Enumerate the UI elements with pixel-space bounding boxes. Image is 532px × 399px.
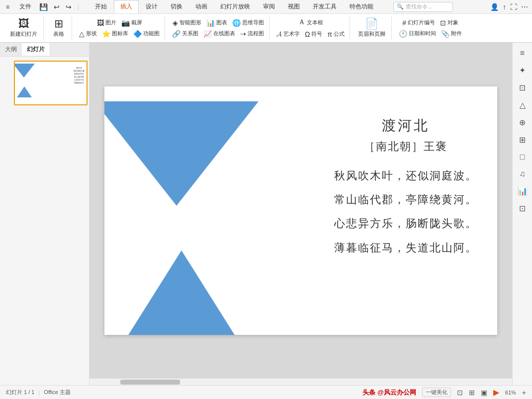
- ribbon-toolbar: 🖼 新建幻灯片 ⊞ 表格 🖼 图片 📷 截屏: [0, 14, 532, 43]
- art-text-button[interactable]: 𝓐 艺术字: [274, 29, 302, 39]
- tab-developer[interactable]: 开发工具: [307, 0, 343, 13]
- tab-view[interactable]: 视图: [282, 0, 306, 13]
- header-footer-icon: 📄: [365, 18, 378, 29]
- new-slide-group: 🖼 新建幻灯片: [4, 16, 44, 40]
- redo-icon[interactable]: ↪: [66, 3, 72, 11]
- h-scroll-thumb[interactable]: [120, 380, 180, 385]
- textbox-icon: Ａ: [298, 18, 305, 27]
- outline-tab[interactable]: 大纲: [0, 43, 22, 56]
- right-panel-icon-3[interactable]: ⊡: [517, 81, 528, 94]
- save-icon[interactable]: 💾: [39, 3, 48, 11]
- poem-line-2: 常山临代郡，亭障绕黄河。: [334, 188, 477, 212]
- smart-shape-button[interactable]: ◈ 智能图形: [171, 18, 203, 28]
- right-panel-icon-9[interactable]: 📊: [516, 184, 530, 198]
- table-icon: ⊞: [54, 18, 63, 29]
- poem-line-4: 薄暮临征马，失道北山阿。: [334, 236, 477, 260]
- shape-label: 形状: [86, 30, 97, 37]
- right-panel-icon-1[interactable]: ≡: [518, 47, 527, 60]
- datetime-button[interactable]: 🕐 日期和时间: [397, 29, 438, 39]
- right-panel-icon-10[interactable]: ⊡: [517, 202, 528, 215]
- symbol-button[interactable]: Ω 符号: [303, 29, 324, 39]
- misc-group: # 幻灯片编号 ⊡ 对象 🕐 日期和时间 📎 附件: [394, 16, 467, 40]
- attachment-button[interactable]: 📎 附件: [439, 29, 464, 39]
- slide-number-label: 幻灯片编号: [408, 19, 435, 26]
- new-slide-button[interactable]: 🖼 新建幻灯片: [7, 17, 40, 39]
- office-label: Office 主题: [44, 389, 71, 395]
- theme-info: Office 主题: [44, 389, 71, 396]
- share-icon[interactable]: ↑: [503, 3, 506, 11]
- textbox-label: 文本框: [307, 19, 323, 26]
- formula-button[interactable]: π 公式: [325, 29, 347, 39]
- right-panel-icon-2[interactable]: ✦: [517, 64, 528, 77]
- symbol-label: 符号: [311, 30, 322, 38]
- search-placeholder: 查找命令...: [406, 3, 432, 10]
- layout-icon[interactable]: ⊡: [457, 389, 463, 397]
- formula-label: 公式: [334, 30, 345, 38]
- content-area: 大纲 幻灯片 1 渡河北[南北朝]王褒秋风吹木叶常山临代郡心悲异方乐薄暮临征马: [0, 43, 532, 399]
- right-panel-icon-7[interactable]: □: [518, 151, 527, 163]
- tab-switch[interactable]: 切换: [165, 0, 188, 13]
- art-text-label: 艺术字: [283, 30, 300, 38]
- fullscreen-icon[interactable]: ⛶: [510, 3, 517, 11]
- chart-button[interactable]: 📊 图表: [204, 18, 229, 28]
- slide-1-thumbnail[interactable]: 渡河北[南北朝]王褒秋风吹木叶常山临代郡心悲异方乐薄暮临征马: [14, 61, 88, 105]
- watermark: 头条 @风云办公网: [362, 388, 416, 397]
- datetime-label: 日期和时间: [409, 30, 436, 37]
- poem-area[interactable]: 渡河北 ［南北朝］王褒 秋风吹木叶，还似洞庭波。 常山临代郡，亭障绕黄河。 心悲…: [334, 116, 477, 260]
- slide-number-button[interactable]: # 幻灯片编号: [400, 18, 437, 28]
- play-btn[interactable]: ▶: [493, 388, 499, 397]
- chart-label: 图表: [216, 19, 227, 26]
- screenshot-icon: 📷: [121, 19, 130, 27]
- tab-design[interactable]: 设计: [140, 0, 164, 13]
- align-button[interactable]: ⊡ 对象: [438, 18, 460, 28]
- tab-insert[interactable]: 插入: [114, 0, 139, 13]
- tab-special[interactable]: 特色功能: [344, 0, 379, 13]
- search-bar[interactable]: 🔍 查找命令...: [393, 2, 453, 12]
- tab-slideshow[interactable]: 幻灯片放映: [214, 0, 256, 13]
- undo-icon[interactable]: ↩: [54, 3, 60, 11]
- user-icon[interactable]: 👤: [490, 3, 499, 11]
- image-button[interactable]: 🖼 图片: [95, 18, 118, 28]
- more-icon[interactable]: ⋯: [521, 3, 528, 11]
- menu-file[interactable]: 文件: [17, 1, 33, 12]
- func-diagram-button[interactable]: 🔷 功能图: [131, 29, 162, 39]
- func-diagram-icon: 🔷: [133, 30, 142, 38]
- right-panel-icon-4[interactable]: △: [518, 98, 528, 112]
- grid-view-icon[interactable]: ⊞: [469, 389, 475, 397]
- icon-lib-button[interactable]: ⭐ 图标库: [100, 29, 130, 39]
- datetime-icon: 🕐: [399, 30, 407, 38]
- link-button[interactable]: 🔗 关系图: [170, 29, 200, 39]
- slides-panel[interactable]: 1 渡河北[南北朝]王褒秋风吹木叶常山临代郡心悲异方乐薄暮临征马: [0, 57, 89, 385]
- image-label: 图片: [105, 19, 116, 26]
- tab-review[interactable]: 审阅: [257, 0, 281, 13]
- table-button[interactable]: ⊞ 表格: [49, 17, 69, 39]
- tab-start[interactable]: 开始: [89, 0, 113, 13]
- right-panel: ≡ ✦ ⊡ △ ⊕ ⊞ □ ♫ 📊 ⊡: [512, 43, 532, 399]
- beauty-btn[interactable]: 一键美化: [422, 388, 451, 397]
- menu-bar: ≡ 文件 💾 ↩ ↪ | 开始 插入 设计 切换 动画 幻灯片放映 审阅 视图 …: [0, 0, 532, 14]
- horizontal-scrollbar[interactable]: [89, 378, 512, 385]
- func-diagram-label: 功能图: [143, 30, 160, 37]
- slides-tab[interactable]: 幻灯片: [22, 43, 50, 56]
- right-panel-icon-8[interactable]: ♫: [518, 167, 528, 180]
- right-panel-icon-5[interactable]: ⊕: [517, 116, 528, 129]
- flow-button[interactable]: ⇢ 流程图: [238, 29, 266, 39]
- art-text-icon: 𝓐: [276, 30, 282, 38]
- slide-canvas[interactable]: 渡河北 ［南北朝］王褒 秋风吹木叶，还似洞庭波。 常山临代郡，亭障绕黄河。 心悲…: [104, 86, 497, 335]
- menu-hamburger[interactable]: ≡: [4, 2, 11, 11]
- header-footer-button[interactable]: 📄 页眉和页脚: [355, 17, 388, 39]
- triangle-down-shape: [104, 101, 259, 206]
- slide-view[interactable]: 渡河北 ［南北朝］王褒 秋风吹木叶，还似洞庭波。 常山临代郡，亭障绕黄河。 心悲…: [89, 43, 512, 378]
- zoom-in-icon[interactable]: +: [522, 389, 526, 397]
- shape-button[interactable]: △ 形状: [77, 29, 99, 39]
- mind-map-button[interactable]: 🌐 思维导图: [230, 18, 266, 28]
- online-table-button[interactable]: 📈 在线图表: [201, 29, 237, 39]
- screenshot-button[interactable]: 📷 截屏: [119, 18, 144, 28]
- online-table-label: 在线图表: [213, 30, 235, 37]
- right-panel-icon-6[interactable]: ⊞: [517, 133, 528, 147]
- flow-label: 流程图: [248, 30, 264, 37]
- attachment-icon: 📎: [441, 30, 449, 38]
- slide-view-icon[interactable]: ▣: [481, 389, 487, 397]
- textbox-button[interactable]: Ａ 文本框: [296, 17, 325, 28]
- tab-animation[interactable]: 动画: [189, 0, 213, 13]
